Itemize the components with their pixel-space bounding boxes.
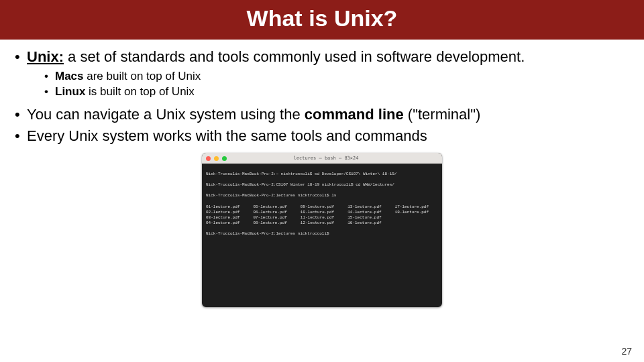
bullet-macs-text: are built on top of Unix <box>84 70 201 82</box>
ls-file: 15-lecture.pdf <box>347 215 390 221</box>
slide-body: Unix: a set of standards and tools commo… <box>0 40 644 307</box>
bullet-navigate-bold: command line <box>305 106 404 123</box>
slide-title: What is Unix? <box>0 5 644 32</box>
bullet-unix-text: a set of standards and tools commonly us… <box>64 48 525 65</box>
ls-file: 16-lecture.pdf <box>347 221 390 226</box>
terminal-line: Nick-Troccolis-MacBook-Pro-2:CS107 Winte… <box>206 182 438 188</box>
bullet-linux-text: is built on top of Unix <box>85 85 195 98</box>
ls-file: 12-lecture.pdf <box>301 221 343 226</box>
terminal-titlebar: lectures — bash — 83×24 <box>202 153 442 164</box>
bullet-macs: Macs are built on top of Unix <box>15 69 629 83</box>
ls-file <box>395 215 438 221</box>
terminal-screenshot: lectures — bash — 83×24 Nick-Troccolis-M… <box>202 153 442 307</box>
ls-file: 03-lecture.pdf <box>206 215 249 221</box>
terminal-content: Nick-Troccolis-MacBook-Pro-2:~ nicktrocc… <box>202 164 442 250</box>
terminal-prompt: Nick-Troccolis-MacBook-Pro-2:lectures ni… <box>206 231 438 237</box>
page-number: 27 <box>621 346 632 357</box>
ls-file <box>395 221 438 226</box>
ls-file: 07-lecture.pdf <box>253 215 296 221</box>
ls-file: 05-lecture.pdf <box>253 204 296 210</box>
ls-file: 10-lecture.pdf <box>301 210 343 215</box>
ls-file: 08-lecture.pdf <box>253 221 296 226</box>
ls-file: 18-lecture.pdf <box>395 210 438 215</box>
ls-file: 17-lecture.pdf <box>395 204 438 210</box>
ls-file: 01-lecture.pdf <box>206 204 249 210</box>
ls-file: 14-lecture.pdf <box>347 210 390 215</box>
bullet-unix-term: Unix: <box>27 48 64 65</box>
bullet-linux-bold: Linux <box>55 85 85 98</box>
ls-file: 11-lecture.pdf <box>301 215 343 221</box>
ls-file: 06-lecture.pdf <box>253 210 296 215</box>
bullet-navigate: You can navigate a Unix system using the… <box>15 105 629 124</box>
terminal-title-text: lectures — bash — 83×24 <box>210 156 442 161</box>
sub-bullet-group: Macs are built on top of Unix Linux is b… <box>15 69 629 99</box>
bullet-every-system: Every Unix system works with the same to… <box>15 127 629 145</box>
terminal-window: lectures — bash — 83×24 Nick-Troccolis-M… <box>202 153 442 307</box>
terminal-line: Nick-Troccolis-MacBook-Pro-2:lectures ni… <box>206 193 438 198</box>
ls-file: 04-lecture.pdf <box>206 221 249 226</box>
bullet-linux: Linux is built on top of Unix <box>15 84 629 99</box>
bullet-macs-bold: Macs <box>55 70 84 82</box>
terminal-line: Nick-Troccolis-MacBook-Pro-2:~ nicktrocc… <box>206 172 438 177</box>
bullet-unix-definition: Unix: a set of standards and tools commo… <box>15 48 629 66</box>
terminal-ls-output: 01-lecture.pdf05-lecture.pdf09-lecture.p… <box>206 204 438 226</box>
bullet-navigate-pre: You can navigate a Unix system using the <box>27 106 305 123</box>
ls-file: 13-lecture.pdf <box>347 204 390 210</box>
bullet-navigate-post: ("terminal") <box>404 106 481 123</box>
bullet-every-system-text: Every Unix system works with the same to… <box>27 127 427 144</box>
slide-title-bar: What is Unix? <box>0 0 644 40</box>
ls-file: 02-lecture.pdf <box>206 210 249 215</box>
ls-file: 09-lecture.pdf <box>301 204 343 210</box>
